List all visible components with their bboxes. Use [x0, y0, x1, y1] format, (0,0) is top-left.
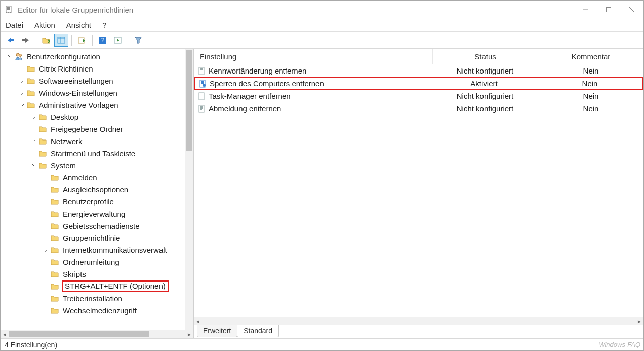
tree-item[interactable]: Wechselmedienzugriff [1, 304, 193, 316]
chevron-right-icon[interactable] [43, 246, 50, 253]
minimize-button[interactable] [574, 1, 597, 19]
scrollbar-thumb[interactable] [9, 331, 149, 337]
tree-item[interactable]: Ausgleichsoptionen [1, 183, 193, 195]
expander-placeholder [31, 150, 38, 157]
svg-rect-8 [11, 39, 14, 41]
tree-item[interactable]: System [1, 159, 193, 171]
policy-icon [198, 105, 206, 113]
scroll-right-icon[interactable]: ► [635, 317, 643, 325]
tree-item[interactable]: Netzwerk [1, 135, 193, 147]
policy-active-icon [199, 80, 207, 88]
details-panel: Einstellung Status Kommentar Kennwortänd… [194, 49, 643, 338]
column-header-comment[interactable]: Kommentar [538, 49, 643, 64]
tree-horizontal-scrollbar[interactable]: ◄ ► [1, 330, 193, 338]
chevron-down-icon[interactable] [31, 162, 38, 169]
list-row[interactable]: Abmeldung entfernenNicht konfiguriertNei… [194, 102, 643, 115]
setting-comment: Nein [537, 79, 642, 88]
chevron-right-icon[interactable] [19, 89, 26, 96]
tree-item[interactable]: Ordnerumleitung [1, 256, 193, 268]
export-button[interactable] [75, 34, 89, 47]
tree-item[interactable]: Treiberinstallation [1, 292, 193, 304]
svg-rect-21 [200, 69, 203, 70]
tree-item[interactable]: Benutzerprofile [1, 195, 193, 207]
details-horizontal-scrollbar[interactable]: ◄ ► [194, 317, 643, 325]
tree-item-label: Internetkommunikationsverwalt [62, 246, 168, 254]
chevron-right-icon[interactable] [31, 113, 38, 120]
tree-item[interactable]: Anmelden [1, 171, 193, 183]
forward-button[interactable] [19, 34, 33, 47]
maximize-button[interactable] [597, 1, 620, 19]
tree-item[interactable]: Windows-Einstellungen [1, 87, 193, 99]
tree-item[interactable]: Administrative Vorlagen [1, 99, 193, 111]
status-count: 4 Einstellung(en) [5, 341, 57, 349]
close-button[interactable] [620, 1, 643, 19]
chevron-right-icon[interactable] [19, 77, 26, 84]
tree-vertical-scrollbar[interactable] [185, 49, 193, 330]
tree-item-label: Softwareeinstellungen [38, 77, 114, 85]
window-title: Editor für lokale Gruppenrichtlinien [18, 6, 133, 14]
expander-placeholder [43, 307, 50, 314]
scroll-left-icon[interactable]: ◄ [194, 317, 202, 325]
folder-button[interactable] [39, 34, 53, 47]
folder-icon [51, 306, 59, 314]
scroll-left-icon[interactable]: ◄ [1, 330, 9, 338]
tree-item[interactable]: Energieverwaltung [1, 207, 193, 220]
tree-item[interactable]: Freigegebene Ordner [1, 123, 193, 135]
svg-rect-36 [200, 107, 203, 108]
policy-icon [198, 92, 206, 100]
tree-item[interactable]: Startmenü und Taskleiste [1, 147, 193, 159]
tree-item[interactable]: Citrix Richtlinien [1, 62, 193, 75]
scrollbar-thumb[interactable] [186, 50, 192, 151]
tree-item-label: Citrix Richtlinien [38, 64, 94, 73]
tree-item[interactable]: STRG+ALT+ENTF (Optionen) [1, 280, 193, 292]
tree-item[interactable]: Gruppenrichtlinie [1, 232, 193, 244]
help-button[interactable]: ? [96, 34, 110, 47]
expander-placeholder [43, 283, 50, 290]
tab-standard[interactable]: Standard [237, 325, 279, 337]
tree-item[interactable]: Skripts [1, 268, 193, 280]
tree-item-label: Energieverwaltung [62, 209, 126, 218]
scroll-right-icon[interactable]: ► [185, 330, 193, 338]
menu-action[interactable]: Aktion [34, 21, 55, 29]
svg-rect-31 [200, 95, 203, 95]
policy-icon [198, 67, 206, 75]
back-button[interactable] [4, 34, 18, 47]
app-window: Editor für lokale Gruppenrichtlinien Dat… [0, 0, 644, 351]
menu-view[interactable]: Ansicht [66, 21, 91, 29]
tree-item-label: Benutzerprofile [62, 197, 115, 206]
tab-extended[interactable]: Erweitert [197, 325, 237, 337]
list-row[interactable]: Task-Manager entfernenNicht konfiguriert… [194, 90, 643, 102]
filter-button[interactable] [131, 34, 145, 47]
svg-rect-20 [200, 68, 203, 69]
svg-rect-38 [200, 109, 202, 110]
tree-item-label: STRG+ALT+ENTF (Optionen) [62, 280, 169, 292]
tree-view[interactable]: BenutzerkonfigurationCitrix RichtlinienS… [1, 49, 193, 330]
folder-icon [51, 209, 59, 218]
svg-rect-25 [201, 81, 204, 82]
expander-placeholder [19, 65, 26, 72]
column-header-setting[interactable]: Einstellung [194, 49, 432, 64]
chevron-down-icon[interactable] [7, 53, 14, 60]
tree-item[interactable]: Desktop [1, 111, 193, 123]
chevron-right-icon[interactable] [31, 137, 38, 145]
folder-icon [27, 89, 35, 97]
tree-item[interactable]: Benutzerkonfiguration [1, 50, 193, 62]
tree-item[interactable]: Internetkommunikationsverwalt [1, 244, 193, 256]
column-header-status[interactable]: Status [432, 49, 538, 64]
play-button[interactable] [111, 34, 125, 47]
expander-placeholder [43, 258, 50, 265]
expander-placeholder [43, 270, 50, 277]
tree-item-label: Treiberinstallation [62, 294, 123, 303]
tree-item[interactable]: Softwareeinstellungen [1, 75, 193, 87]
list-row[interactable]: Kennwortänderung entfernenNicht konfigur… [194, 64, 643, 77]
details-list[interactable]: Kennwortänderung entfernenNicht konfigur… [194, 64, 643, 317]
tree-item[interactable]: Gebietsschemadienste [1, 220, 193, 232]
folder-icon [51, 222, 59, 230]
menu-file[interactable]: Datei [6, 21, 23, 29]
list-row[interactable]: Sperren des Computers entfernenAktiviert… [194, 77, 643, 90]
chevron-down-icon[interactable] [19, 101, 26, 108]
folder-icon [51, 258, 59, 266]
tree-view-button[interactable] [54, 34, 68, 47]
menu-help[interactable]: ? [102, 21, 106, 29]
setting-status: Nicht konfiguriert [432, 66, 538, 75]
